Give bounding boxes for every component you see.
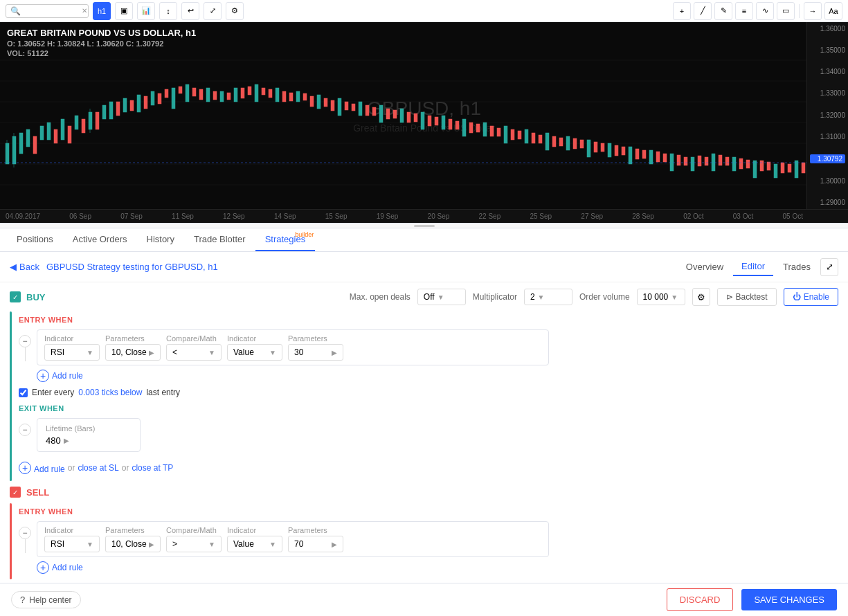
svg-rect-118 [760,161,764,171]
buy-exit-add-row: + Add rule or close at SL or close at TP [19,462,838,474]
buy-parameters2-field: Parameters 30 ▶ [288,334,343,361]
search-box[interactable]: 🔍 GBPUSD ✕ [6,4,89,18]
buy-parameters-select[interactable]: 10, Close ▶ [105,344,161,361]
draw-line-btn[interactable]: ╱ [694,2,712,20]
candlestick-chart [0,46,806,195]
trades-btn[interactable]: Trades [775,258,819,275]
tab-trade-blotter[interactable]: Trade Blotter [184,228,255,251]
svg-rect-101 [580,140,584,148]
sell-checkbox[interactable]: ✓ [10,487,21,498]
svg-rect-121 [788,164,791,172]
svg-rect-10 [26,129,30,147]
sell-rule-content: Indicator RSI ▼ Parameters 10, Close ▶ [37,521,549,557]
save-changes-button[interactable]: SAVE CHANGES [741,589,837,610]
editor-btn[interactable]: Editor [733,257,773,276]
sell-section-header: ✓ SELL [0,481,848,500]
svg-rect-57 [96,112,99,129]
horizontal-lines-btn[interactable]: ≡ [735,2,753,20]
sell-add-rule-btn[interactable]: + Add rule [37,561,838,574]
buy-entry-checkbox[interactable] [19,388,28,397]
buy-compare-select[interactable]: < ▼ [166,344,222,361]
backtest-btn[interactable]: ⊳ Backtest [717,288,777,306]
back-button[interactable]: ◀ Back [10,262,39,272]
buy-settings-btn[interactable]: ⚙ [692,288,710,306]
buy-lifetime-value: 480 [46,435,61,446]
svg-rect-83 [393,110,397,118]
buy-close-sl-btn[interactable]: close at SL [78,463,118,473]
svg-rect-32 [379,105,383,123]
sell-compare-select[interactable]: > ▼ [166,536,222,552]
rectangle-btn[interactable]: ▭ [777,2,795,20]
svg-rect-28 [296,91,300,102]
buy-checkbox[interactable]: ✓ [10,291,21,302]
sell-remove-rule-btn[interactable]: − [19,527,31,539]
add-btn[interactable]: + [673,2,691,20]
max-open-deals-select[interactable]: Off ▼ [417,289,466,305]
date-12: 27 Sep [581,212,603,220]
svg-rect-14 [75,116,78,129]
sell-parameters2-select[interactable]: 70 ▶ [288,536,343,552]
sell-indicator2-label: Indicator [227,526,282,534]
buy-entry-when-label: ENTRY WHEN [19,316,838,324]
svg-rect-98 [552,136,556,147]
buy-remove-rule-btn[interactable]: − [19,335,31,347]
buy-exit-remove-btn[interactable]: − [19,424,31,436]
svg-rect-48 [712,154,715,171]
buy-indicator2-select[interactable]: Value ▼ [227,344,282,361]
buy-indicator-label: Indicator [44,334,100,343]
indicators-btn[interactable]: 📊 [137,2,155,20]
arrow-btn[interactable]: → [804,2,822,20]
strategy-fullscreen-btn[interactable]: ⤢ [820,258,838,276]
svg-rect-80 [366,105,369,116]
buy-close-tp-btn[interactable]: close at TP [132,463,173,473]
fullscreen-btn[interactable]: ⤢ [204,2,222,20]
settings-btn[interactable]: ⚙ [226,2,244,20]
text-btn[interactable]: Aa [824,2,842,20]
buy-section-header: ✓ BUY Max. open deals Off ▼ Multiplicato… [0,282,848,309]
svg-rect-84 [407,112,411,123]
wave-btn[interactable]: ∿ [756,2,774,20]
compare-btn[interactable]: ↕ [159,2,177,20]
help-center-btn[interactable]: ? Help center [11,591,81,608]
timeframe-h1-btn[interactable]: h1 [93,2,111,20]
sell-indicator-field: Indicator RSI ▼ [44,526,100,552]
chart-type-btn[interactable]: ▣ [115,2,133,20]
sell-rule-line-v [25,539,26,553]
buy-indicator-select[interactable]: RSI ▼ [44,344,100,361]
sell-indicator2-select[interactable]: Value ▼ [227,536,282,552]
date-9: 20 Sep [428,212,450,220]
order-volume-select[interactable]: 10 000 ▼ [637,289,685,305]
buy-params2-arrow: ▶ [332,349,337,356]
date-4: 11 Sep [172,212,194,220]
buy-left-bar [10,311,12,481]
buy-controls: Max. open deals Off ▼ Multiplicator 2 ▼ … [350,288,838,306]
search-input[interactable]: GBPUSD [24,6,79,16]
buy-add-exit-rule-btn[interactable]: Add rule [34,464,65,474]
svg-rect-79 [352,104,355,111]
close-icon: ✕ [82,7,87,15]
tab-strategies[interactable]: Strategies builder [255,228,316,251]
buy-add-rule-btn[interactable]: + Add rule [37,370,838,382]
replay-btn[interactable]: ↩ [181,2,199,20]
svg-rect-59 [130,100,134,111]
price-6: 1.31000 [810,133,845,141]
tab-positions[interactable]: Positions [7,228,63,251]
multiplicator-label: Multiplicator [473,292,517,302]
tab-history[interactable]: History [137,228,184,251]
draw-tools-btn[interactable]: ✎ [714,2,732,20]
discard-button[interactable]: DISCARD [667,588,734,611]
sell-parameters-select[interactable]: 10, Close ▶ [105,536,161,552]
resize-handle[interactable] [0,223,848,228]
multiplicator-select[interactable]: 2 ▼ [524,289,572,305]
enable-btn[interactable]: ⏻ Enable [784,288,838,306]
tab-active-orders[interactable]: Active Orders [63,228,137,251]
sell-indicator2-field: Indicator Value ▼ [227,526,282,552]
buy-parameters2-select[interactable]: 30 ▶ [288,344,343,361]
overview-btn[interactable]: Overview [678,258,732,275]
svg-rect-66 [213,91,217,100]
svg-rect-77 [331,100,334,111]
svg-rect-12 [47,123,51,140]
svg-rect-33 [400,109,404,123]
buy-rule-content: Indicator RSI ▼ Parameters 10, Close ▶ [37,329,549,365]
sell-indicator-select[interactable]: RSI ▼ [44,536,100,552]
